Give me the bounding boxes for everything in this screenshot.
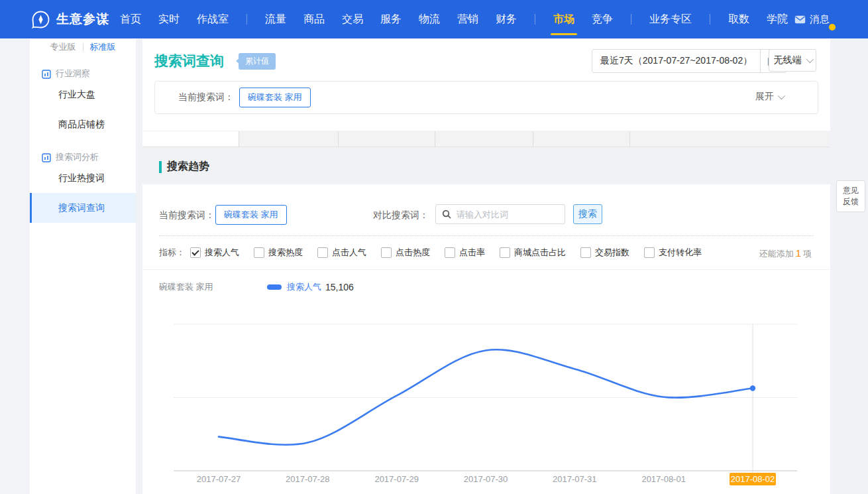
nav-item-traffic[interactable]: 流量 [265,0,286,38]
chart-icon [42,70,51,79]
add-more-suffix: 项 [803,249,812,259]
checkbox-icon[interactable] [381,247,392,258]
nav-item-competition[interactable]: 竞争 [592,0,613,38]
nav-item-market[interactable]: 市场 [553,0,574,38]
nav-item-academy[interactable]: 学院 [767,0,788,38]
version-tab-pro[interactable]: 专业版 [50,41,76,53]
compare-label: 对比搜索词： [373,204,429,225]
dotted-divider [159,235,814,236]
metric-checkbox-search-popularity[interactable]: 搜索人气 [190,247,239,259]
table-tab-strip [142,131,830,147]
x-axis-label: 2017-07-29 [374,474,419,484]
sidebar-item-industry-hot-words[interactable]: 行业热搜词 [30,163,136,193]
version-tab-standard[interactable]: 标准版 [90,41,116,53]
metric-label: 交易指数 [595,247,629,259]
sidebar-item-industry-dashboard[interactable]: 行业大盘 [30,80,136,109]
table-tab-cell[interactable] [338,131,435,147]
sidebar-item-product-shop-rank[interactable]: 商品店铺榜 [30,109,136,139]
metric-checkbox-click-popularity[interactable]: 点击人气 [317,247,366,259]
app-root: 生意参谋 首页实时作战室流量商品交易服务物流营销财务市场竞争业务专区取数学院 消… [0,0,868,494]
checkbox-icon[interactable] [500,247,510,258]
add-more-hint: 还能添加1项 [759,247,812,260]
nav-item-marketing[interactable]: 营销 [457,0,478,38]
nav-item-service[interactable]: 服务 [380,0,402,38]
expand-toggle[interactable]: 展开 [755,91,783,103]
divider [83,43,83,51]
metric-checkbox-search-heat[interactable]: 搜索热度 [254,247,303,259]
trend-controls-row: 当前搜索词： 碗碟套装 家用 对比搜索词： 搜索 [142,204,830,225]
metric-label: 搜索人气 [205,247,239,259]
sidebar-group-label: 搜索词分析 [56,151,99,163]
current-term-tag[interactable]: 碗碟套装 家用 [239,88,311,107]
sidebar-item-search-term-query[interactable]: 搜索词查询 [30,193,136,223]
table-tab-cell[interactable] [239,131,338,147]
nav-divider [535,14,535,25]
nav-item-finance[interactable]: 财务 [496,0,517,38]
expand-label: 展开 [755,91,774,103]
metric-checkbox-pay-conversion[interactable]: 支付转化率 [644,247,702,259]
add-more-prefix: 还能添加 [759,249,794,259]
brand-name: 生意参谋 [56,11,109,28]
compare-input[interactable] [455,209,565,220]
feedback-button[interactable]: 意见 反馈 [836,180,865,212]
nav-item-realtime[interactable]: 实时 [158,0,180,38]
nav-message[interactable]: 消息 [794,0,830,38]
table-tab-cell[interactable] [533,131,629,147]
trend-current-label: 当前搜索词： [159,204,215,225]
nav-item-goods[interactable]: 商品 [303,0,325,38]
metric-label: 搜索热度 [268,247,303,259]
nav-item-logistics[interactable]: 物流 [419,0,440,38]
nav-divider [710,14,710,25]
sidebar-group-label: 行业洞察 [56,68,90,80]
envelope-icon [794,15,806,24]
checkbox-icon[interactable] [445,247,455,258]
metric-checkbox-click-rate[interactable]: 点击率 [445,247,485,259]
x-axis-label: 2017-08-02 [731,474,775,484]
trend-card: 当前搜索词： 碗碟套装 家用 对比搜索词： 搜索 指标：搜索人气搜索热度点击人气… [142,184,830,494]
x-axis-label: 2017-07-27 [197,474,241,484]
sidebar-version-tabs: 专业版标准版 [30,38,136,56]
checkbox-icon[interactable] [580,247,591,258]
trend-chart[interactable]: 2017-07-272017-07-282017-07-292017-07-30… [159,318,808,492]
message-label: 消息 [810,13,830,26]
checkbox-icon[interactable] [317,247,328,258]
legend-term: 碗碟套装 家用 [159,279,213,295]
search-button[interactable]: 搜索 [573,204,602,224]
metric-checkbox-click-heat[interactable]: 点击热度 [381,247,430,259]
terminal-label: 无线端 [774,54,802,66]
table-tab-cell[interactable] [142,131,239,147]
nav-item-war-room[interactable]: 作战室 [197,0,229,38]
nav-item-business-zone[interactable]: 业务专区 [649,0,692,38]
nav-item-trade[interactable]: 交易 [342,0,363,38]
nav-item-home[interactable]: 首页 [120,0,141,38]
legend-metric: 搜索人气 [287,279,321,295]
checkbox-icon[interactable] [254,247,264,258]
legend-line-icon [267,284,282,290]
metric-checkbox-trade-index[interactable]: 交易指数 [580,247,629,259]
x-axis-label: 2017-07-28 [286,474,330,484]
table-tab-cell[interactable] [435,131,533,147]
metrics-row: 指标：搜索人气搜索热度点击人气点击热度点击率商城点击占比交易指数支付转化率 [159,245,716,261]
trend-current-term-tag[interactable]: 碗碟套装 家用 [215,205,287,225]
checkbox-checked-icon[interactable] [190,247,201,258]
sidebar: 专业版标准版 行业洞察行业大盘商品店铺榜搜索词分析行业热搜词搜索词查询 [30,38,136,494]
trend-section-title: 搜索趋势 [159,160,209,174]
checkbox-icon[interactable] [644,247,655,258]
left-rail [0,38,30,494]
metric-checkbox-mall-click-share[interactable]: 商城点击占比 [500,247,566,259]
brand[interactable]: 生意参谋 [32,0,109,38]
sidebar-groups: 行业洞察行业大盘商品店铺榜搜索词分析行业热搜词搜索词查询 [30,56,136,223]
search-icon [442,210,451,219]
table-tab-cell[interactable] [629,131,830,147]
terminal-select[interactable]: 无线端 [769,49,816,72]
metric-label: 点击热度 [396,247,430,259]
current-term-label: 当前搜索词： [178,92,234,103]
nav-item-data-fetch[interactable]: 取数 [728,0,749,38]
date-range-picker[interactable]: 最近7天（2017-07-27~2017-08-02） 15 [592,49,787,73]
section-title-text: 搜索趋势 [167,160,209,174]
page-header-card: 搜索词查询 累计值 最近7天（2017-07-27~2017-08-02） 15… [142,38,830,131]
metric-label: 支付转化率 [659,247,702,259]
compass-logo-icon [32,11,50,29]
compare-input-wrap [435,204,565,224]
sidebar-group-search-term-analysis: 搜索词分析 [30,139,136,163]
